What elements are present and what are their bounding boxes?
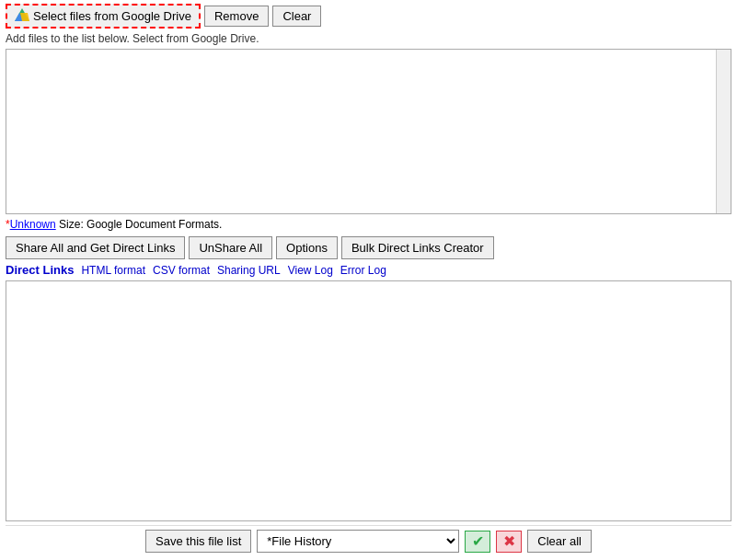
- unknown-link[interactable]: Unknown: [10, 218, 56, 231]
- file-list-area: [6, 49, 731, 214]
- scrollbar-track[interactable]: [716, 50, 731, 213]
- select-files-label: Select files from Google Drive: [33, 9, 191, 23]
- hint-text: Add files to the list below. Select from…: [6, 32, 731, 45]
- size-rest-text: Size: Google Document Formats.: [59, 218, 222, 231]
- cancel-button[interactable]: ✖: [496, 531, 522, 553]
- save-file-list-button[interactable]: Save this file list: [145, 530, 251, 553]
- output-area: [6, 280, 731, 521]
- share-all-button[interactable]: Share All and Get Direct Links: [6, 236, 185, 259]
- unshare-all-button[interactable]: UnShare All: [189, 236, 272, 259]
- options-button[interactable]: Options: [276, 236, 338, 259]
- cross-icon: ✖: [503, 532, 515, 550]
- direct-links-label: Direct Links: [6, 263, 74, 277]
- bulk-direct-links-button[interactable]: Bulk Direct Links Creator: [341, 236, 494, 259]
- main-container: Select files from Google Drive Remove Cl…: [0, 0, 737, 560]
- links-bar: Direct Links HTML format CSV format Shar…: [6, 263, 731, 277]
- drive-icon: [15, 8, 29, 24]
- check-icon: ✔: [472, 532, 484, 550]
- view-log-link[interactable]: View Log: [288, 264, 333, 277]
- sharing-url-link[interactable]: Sharing URL: [217, 264, 281, 277]
- confirm-button[interactable]: ✔: [465, 531, 490, 553]
- csv-format-link[interactable]: CSV format: [153, 264, 210, 277]
- clear-all-button[interactable]: Clear all: [527, 530, 592, 553]
- unknown-size-note: *Unknown Size: Google Document Formats.: [6, 218, 731, 231]
- select-files-button[interactable]: Select files from Google Drive: [6, 4, 201, 29]
- top-bar: Select files from Google Drive Remove Cl…: [6, 4, 731, 29]
- file-history-select[interactable]: *File History: [257, 530, 459, 553]
- clear-button[interactable]: Clear: [272, 6, 321, 27]
- remove-button[interactable]: Remove: [204, 6, 269, 27]
- action-bar: Share All and Get Direct Links UnShare A…: [6, 236, 731, 259]
- html-format-link[interactable]: HTML format: [81, 264, 145, 277]
- error-log-link[interactable]: Error Log: [340, 264, 386, 277]
- bottom-bar: Save this file list *File History ✔ ✖ Cl…: [6, 525, 731, 556]
